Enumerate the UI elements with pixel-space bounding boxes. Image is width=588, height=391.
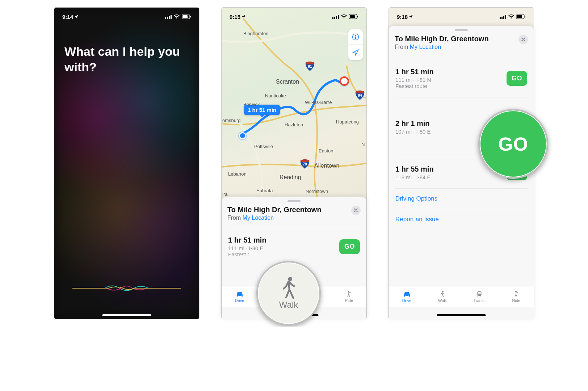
svg-rect-3: [171, 15, 172, 19]
from-location-link[interactable]: My Location: [410, 44, 441, 50]
city-label: ira: [222, 192, 227, 197]
status-time-text: 9:18: [397, 14, 408, 20]
tab-drive[interactable]: Drive: [402, 290, 412, 303]
callout-walk: Walk: [256, 261, 321, 325]
current-location-dot: [239, 132, 246, 139]
svg-rect-26: [500, 17, 501, 19]
report-issue-link[interactable]: Report an Issue: [395, 209, 528, 230]
destination-title: To Mile High Dr, Greentown: [395, 35, 515, 43]
route-info: 1 hr 51 min 111 mi · I-81 N Fastest rout…: [395, 68, 434, 89]
callout-label: Walk: [279, 300, 298, 310]
close-button[interactable]: [351, 206, 361, 215]
svg-rect-16: [355, 37, 356, 39]
svg-point-24: [348, 291, 349, 292]
svg-point-39: [480, 295, 481, 295]
card-drag-handle[interactable]: [287, 200, 301, 202]
location-arrow-icon: [75, 15, 78, 18]
map-canvas[interactable]: 1 hr 51 min Binghamton Scranton Wilkes-B…: [222, 8, 366, 203]
siri-waveform: [54, 283, 199, 294]
city-label: Pottsville: [254, 144, 273, 149]
tab-label: Ride: [512, 298, 521, 303]
svg-rect-32: [525, 16, 525, 18]
route-info: 1 hr 55 min 118 mi · I-84 E: [395, 165, 434, 180]
route-note: Fastest r: [228, 251, 266, 257]
city-label: Hopatcong: [336, 119, 359, 125]
status-time-text: 9:15: [230, 14, 240, 20]
route-option[interactable]: 1 hr 51 min 111 mi · I-80 E Fastest r GO: [227, 228, 361, 265]
interstate-shield-icon: 84: [355, 90, 365, 100]
battery-icon: [182, 14, 191, 19]
callout-go: GO: [478, 109, 548, 179]
car-icon: [236, 290, 244, 298]
route-meta: 118 mi · I-84 E: [395, 174, 434, 180]
svg-rect-12: [350, 15, 355, 18]
tab-transit[interactable]: Transit: [474, 290, 486, 303]
route-time: 1 hr 51 min: [395, 68, 434, 76]
city-label: Nanticoke: [265, 93, 286, 98]
svg-rect-31: [517, 15, 522, 18]
status-time-text: 9:14: [62, 14, 73, 20]
driving-options-link[interactable]: Driving Options: [395, 188, 528, 209]
status-bar: 9:15: [222, 8, 366, 24]
home-indicator[interactable]: [437, 314, 486, 316]
card-drag-handle[interactable]: [455, 29, 468, 31]
svg-rect-13: [357, 16, 358, 18]
status-bar: 9:18: [389, 8, 534, 24]
status-icons: [165, 14, 191, 19]
svg-point-34: [408, 295, 409, 295]
svg-point-40: [515, 291, 517, 292]
destination-header: To Mile High Dr, Greentown From My Locat…: [395, 35, 528, 50]
svg-rect-28: [503, 16, 504, 19]
interstate-shield-icon: 78: [300, 159, 310, 169]
wifi-icon: [341, 14, 347, 19]
svg-rect-8: [334, 17, 335, 19]
svg-point-38: [478, 295, 479, 295]
tab-label: Drive: [402, 298, 412, 303]
go-button[interactable]: GO: [507, 71, 527, 86]
status-time: 9:18: [397, 14, 413, 20]
destination-header: To Mile High Dr, Greentown From My Locat…: [227, 206, 361, 221]
walk-icon: [438, 290, 446, 298]
route-info: 2 hr 1 min 107 mi · I-80 E: [395, 119, 431, 135]
close-button[interactable]: [518, 35, 528, 44]
map-controls: [348, 29, 363, 60]
maps-routes-list-phone: 9:18 To Mile High Dr, Greentown From My …: [388, 7, 534, 319]
tab-ride[interactable]: Ride: [512, 290, 521, 303]
status-time: 9:14: [62, 14, 78, 20]
svg-rect-0: [165, 17, 166, 19]
city-label: Binghamton: [243, 31, 268, 36]
city-label: Hazleton: [285, 122, 303, 127]
info-button[interactable]: [348, 29, 363, 45]
tab-drive[interactable]: Drive: [235, 290, 244, 303]
home-indicator[interactable]: [102, 314, 151, 316]
route-info: 1 hr 51 min 111 mi · I-80 E Fastest r: [228, 236, 266, 257]
svg-rect-27: [501, 17, 503, 19]
status-icons: [500, 14, 526, 19]
transit-icon: [475, 290, 483, 298]
svg-point-18: [241, 295, 242, 295]
svg-rect-29: [505, 15, 506, 19]
route-option[interactable]: 1 hr 51 min 111 mi · I-81 N Fastest rout…: [395, 60, 528, 97]
svg-rect-2: [169, 16, 170, 19]
tab-walk[interactable]: Walk: [438, 290, 447, 303]
interstate-shield-icon: 81: [305, 61, 315, 71]
wifi-icon: [508, 14, 514, 19]
tab-label: Drive: [235, 298, 244, 303]
go-button[interactable]: GO: [339, 239, 360, 254]
svg-rect-37: [478, 292, 481, 294]
walk-icon: [279, 277, 298, 299]
locate-me-button[interactable]: [348, 45, 363, 60]
battery-icon: [349, 14, 358, 19]
route-meta: 107 mi · I-80 E: [395, 129, 431, 135]
maps-route-phone: 9:15 Siri: [221, 7, 367, 319]
cellular-icon: [165, 15, 172, 19]
destination-pin-icon[interactable]: [340, 76, 349, 86]
from-location-link[interactable]: My Location: [243, 215, 274, 221]
city-label: omsburg: [222, 118, 241, 123]
svg-rect-7: [332, 17, 333, 19]
ride-icon: [345, 290, 353, 298]
route-time: 2 hr 1 min: [395, 119, 431, 128]
location-arrow-icon: [352, 49, 359, 56]
tab-ride[interactable]: Ride: [345, 290, 353, 303]
destination-title: To Mile High Dr, Greentown: [227, 206, 348, 214]
